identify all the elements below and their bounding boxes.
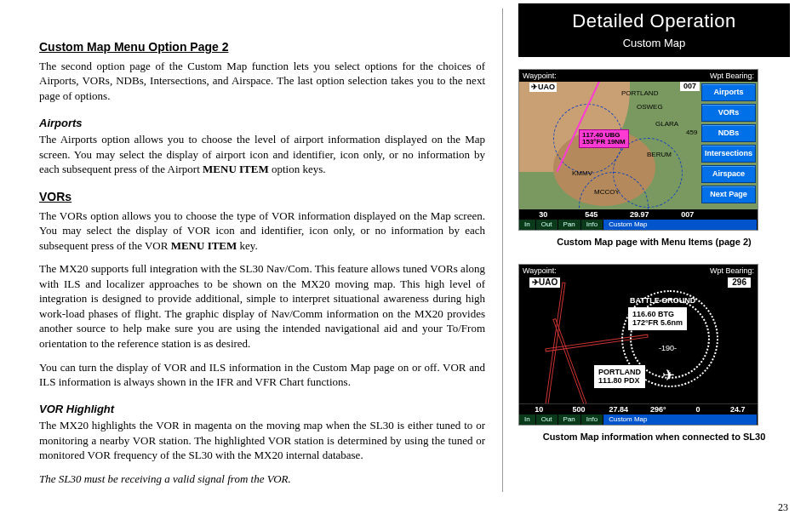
mode-custom-map[interactable]: Custom Map xyxy=(603,220,757,230)
val-gs: 0 xyxy=(678,404,718,415)
label-waypoint: Waypoint: xyxy=(523,70,557,82)
map-label: GLARA xyxy=(655,121,678,128)
status-values: 30 545 29.97 007 xyxy=(519,209,712,220)
text: option keys. xyxy=(269,163,326,175)
waypoint-id: ✈UAO xyxy=(529,277,560,288)
text-bold: MENU ITEM xyxy=(171,239,237,252)
text-bold: MENU ITEM xyxy=(203,163,269,175)
map-label: KMMV xyxy=(572,170,592,177)
val-trk: 296° xyxy=(638,404,678,415)
mode-buttons: In Out Pan Info Custom Map xyxy=(519,415,758,425)
city-label: BATTLE GROUND xyxy=(630,297,695,305)
mode-pan[interactable]: Pan xyxy=(558,220,580,230)
mode-in[interactable]: In xyxy=(519,220,535,230)
map-label: PORTLAND xyxy=(621,90,658,97)
para-highlight: The MX20 highlights the VOR in magenta o… xyxy=(39,418,485,463)
status-values: 10 500 27.84 296° 0 24.7 xyxy=(519,404,758,415)
mode-custom-map[interactable]: Custom Map xyxy=(603,415,757,425)
title-box: Detailed Operation Custom Map xyxy=(518,3,790,57)
text: 172°FR 5.6nm xyxy=(632,318,683,327)
para-note: The SL30 must be receiving a valid signa… xyxy=(39,472,485,487)
menu-buttons: Airports VORs NDBs Intersections Airspac… xyxy=(701,83,756,203)
para-intro: The second option page of the Custom Map… xyxy=(39,59,485,104)
page-number: 23 xyxy=(778,500,788,514)
left-column: Custom Map Menu Option Page 2 The second… xyxy=(0,0,502,526)
btn-next-page[interactable]: Next Page xyxy=(701,186,756,203)
figure1-caption: Custom Map page with Menu Items (page 2) xyxy=(518,236,790,249)
map-label: MCCOY xyxy=(594,189,620,196)
figure2-caption: Custom Map information when connected to… xyxy=(518,431,790,443)
val-alt: 545 xyxy=(568,209,616,220)
para-toggle: You can turn the display of VOR and ILS … xyxy=(39,360,485,390)
heading-vor-highlight: VOR Highlight xyxy=(39,402,485,417)
page-title: Detailed Operation xyxy=(518,9,790,34)
text: The VORs option allows you to choose the… xyxy=(39,209,485,252)
val-dist: 24.7 xyxy=(718,404,758,415)
map-label: OSWEG xyxy=(637,104,663,111)
right-column: Detailed Operation Custom Map Waypoint:W… xyxy=(503,0,812,526)
val-zoom: 30 xyxy=(519,209,568,220)
label-waypoint: Waypoint: xyxy=(523,265,557,277)
btn-ndbs[interactable]: NDBs xyxy=(701,124,756,142)
vor-box-btg: 116.60 BTG 172°FR 5.6nm xyxy=(628,307,687,330)
btn-vors[interactable]: VORs xyxy=(701,104,756,122)
para-airports: The Airports option allows you to choose… xyxy=(39,132,485,177)
text: 111.80 PDX xyxy=(598,376,641,385)
val-alt: 500 xyxy=(559,404,599,415)
figure-sl30: Waypoint:Wpt Bearing: ✈UAO 296 BATTLE GR… xyxy=(518,264,758,426)
ring-tick: -190- xyxy=(659,345,677,352)
vor-box-pdx: PORTLAND 111.80 PDX xyxy=(594,365,645,388)
val-baro: 27.84 xyxy=(598,404,638,415)
para-vors: The VORs option allows you to choose the… xyxy=(39,209,485,254)
text: 116.60 BTG xyxy=(632,310,683,318)
mode-buttons: In Out Pan Info Custom Map xyxy=(519,220,758,230)
map-label: 459 xyxy=(686,129,697,136)
waypoint-id: ✈UAO xyxy=(529,83,557,92)
text: key. xyxy=(237,239,257,252)
figure-custom-map-menu: Waypoint:Wpt Bearing: ✈UAO 007 117.40 UB… xyxy=(518,69,758,231)
map-label: BERUM xyxy=(647,152,672,158)
para-integration: The MX20 supports full integration with … xyxy=(39,261,485,351)
heading-vors: VORs xyxy=(39,189,485,205)
page-subtitle: Custom Map xyxy=(518,36,790,51)
btn-intersections[interactable]: Intersections xyxy=(701,145,756,163)
wpt-bearing-value: 007 xyxy=(680,82,700,91)
heading-menu-page2: Custom Map Menu Option Page 2 xyxy=(39,39,485,55)
btn-airspace[interactable]: Airspace xyxy=(701,165,756,183)
text: PORTLAND xyxy=(598,368,641,376)
label-wpt-bearing: Wpt Bearing: xyxy=(710,70,754,82)
btn-airports[interactable]: Airports xyxy=(701,83,756,101)
mode-in[interactable]: In xyxy=(519,415,535,425)
mode-out[interactable]: Out xyxy=(536,415,558,425)
aircraft-icon: ✈ xyxy=(662,365,675,386)
val-brg: 007 xyxy=(664,209,712,220)
heading-airports: Airports xyxy=(39,116,485,131)
mode-info[interactable]: Info xyxy=(581,415,603,425)
mode-pan[interactable]: Pan xyxy=(558,415,580,425)
wpt-bearing-value: 296 xyxy=(728,277,751,288)
val-zoom: 10 xyxy=(519,404,559,415)
val-baro: 29.97 xyxy=(615,209,664,220)
mode-info[interactable]: Info xyxy=(581,220,603,230)
label-wpt-bearing: Wpt Bearing: xyxy=(710,265,754,277)
mode-out[interactable]: Out xyxy=(536,220,558,230)
vor-info-box: 117.40 UBG 153°FR 19NM xyxy=(579,129,629,148)
text: 153°FR 19NM xyxy=(582,139,626,146)
